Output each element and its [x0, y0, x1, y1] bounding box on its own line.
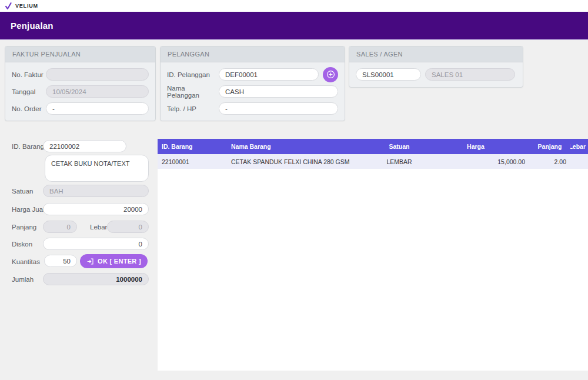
panjang-input[interactable] [43, 221, 77, 233]
jumlah-label: Jumlah [12, 276, 34, 283]
diskon-label: Diskon [12, 241, 32, 248]
cell-nama-barang: CETAK SPANDUK FELXI CHINA 280 GSM [227, 154, 376, 169]
field-no-faktur: No. Faktur [12, 66, 149, 83]
panel-faktur-penjualan: FAKTUR PENJUALAN No. Faktur Tanggal No. … [5, 46, 156, 121]
kuantitas-label: Kuantitas [12, 258, 40, 265]
panel-faktur-title: FAKTUR PENJUALAN [5, 46, 155, 62]
tanggal-input[interactable] [46, 85, 149, 98]
telp-hp-label: Telp. / HP [167, 105, 219, 112]
harga-jual-label: Harga Jual [12, 206, 45, 213]
col-header-panjang[interactable]: Panjang [529, 139, 570, 154]
brand-logo[interactable]: VELIUM [5, 2, 38, 10]
id-pelanggan-input[interactable] [219, 68, 319, 81]
top-brand-bar: VELIUM [0, 0, 588, 12]
col-header-id-barang[interactable]: ID. Barang [158, 139, 227, 154]
field-nama-pelanggan: Nama Pelanggan [167, 83, 338, 100]
col-header-lebar[interactable]: Lebar [570, 139, 588, 154]
id-pelanggan-label: ID. Pelanggan [167, 71, 219, 78]
ok-enter-button[interactable]: OK [ ENTER ] [80, 254, 148, 268]
cell-panjang: 2.00 [529, 154, 570, 169]
telp-hp-input[interactable] [219, 102, 338, 115]
kuantitas-input[interactable] [44, 255, 77, 267]
panel-pelanggan-title: PELANGGAN [161, 46, 345, 62]
field-sales [356, 66, 516, 83]
plus-circle-icon [326, 69, 336, 79]
tanggal-label: Tanggal [12, 88, 46, 95]
col-header-harga[interactable]: Harga [422, 139, 529, 154]
field-id-pelanggan: ID. Pelanggan [167, 66, 338, 83]
col-header-nama-barang[interactable]: Nama Barang [227, 139, 376, 154]
id-barang-label: ID. Barang [12, 143, 44, 150]
id-barang-input[interactable] [43, 140, 126, 152]
nama-pelanggan-label: Nama Pelanggan [167, 85, 219, 99]
no-order-input[interactable] [46, 102, 149, 115]
enter-icon [86, 258, 94, 265]
field-tanggal: Tanggal [12, 83, 149, 100]
cell-harga: 15,000.00 [422, 154, 529, 169]
panel-pelanggan: PELANGGAN ID. Pelanggan Nama Pelanggan T… [160, 46, 345, 121]
lebar-input[interactable] [107, 221, 149, 233]
cell-id-barang: 22100001 [158, 154, 227, 169]
check-icon [5, 2, 12, 10]
items-table: ID. Barang Nama Barang Satuan Harga Panj… [158, 139, 588, 371]
diskon-input[interactable] [43, 238, 149, 250]
nama-barang-textarea[interactable]: CETAK BUKU NOTA/TEXT [45, 155, 149, 182]
panjang-label: Panjang [12, 224, 36, 231]
nama-pelanggan-input[interactable] [219, 85, 338, 98]
table-header-row: ID. Barang Nama Barang Satuan Harga Panj… [158, 139, 588, 154]
field-telp-hp: Telp. / HP [167, 100, 338, 117]
page-title-bar: Penjualan [0, 12, 588, 40]
satuan-input[interactable] [43, 185, 149, 197]
add-customer-button[interactable] [323, 67, 338, 82]
brand-name: VELIUM [15, 3, 38, 9]
panel-sales-agen: SALES / AGEN [349, 46, 523, 88]
table-row[interactable]: 22100001 CETAK SPANDUK FELXI CHINA 280 G… [158, 154, 588, 169]
cell-lebar [570, 154, 588, 169]
field-no-order: No. Order [12, 100, 149, 117]
page-title: Penjualan [11, 21, 54, 31]
panel-sales-title: SALES / AGEN [349, 46, 523, 62]
no-order-label: No. Order [12, 105, 46, 112]
harga-jual-input[interactable] [43, 203, 149, 215]
sales-id-input[interactable] [356, 68, 421, 81]
lebar-label: Lebar [90, 224, 107, 231]
no-faktur-input[interactable] [46, 68, 149, 81]
no-faktur-label: No. Faktur [12, 71, 46, 78]
satuan-label: Satuan [12, 188, 33, 195]
cell-satuan: LEMBAR [376, 154, 422, 169]
ok-enter-button-label: OK [ ENTER ] [98, 258, 141, 265]
sales-name-input[interactable] [425, 68, 515, 81]
col-header-satuan[interactable]: Satuan [376, 139, 422, 154]
jumlah-input[interactable] [43, 273, 149, 285]
